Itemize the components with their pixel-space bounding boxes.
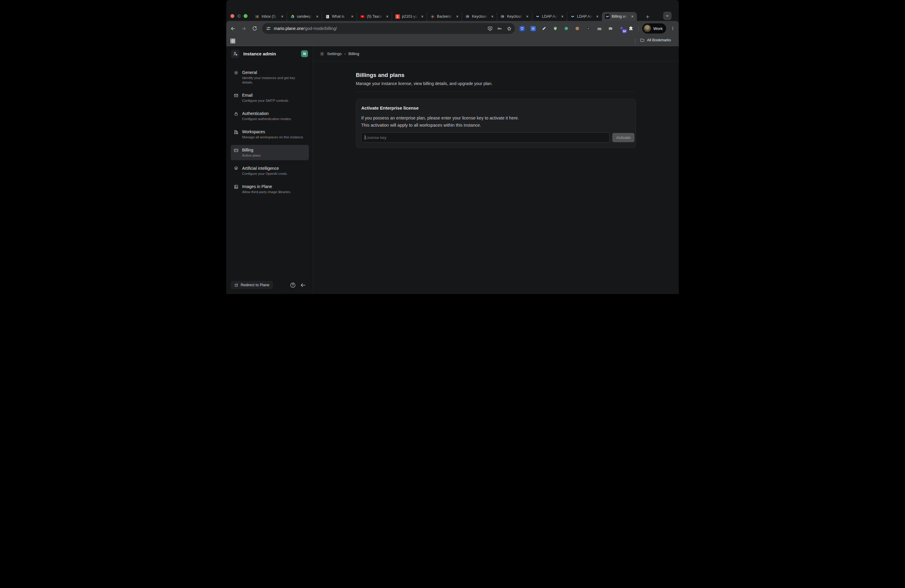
tab-close-icon[interactable]: × xyxy=(350,14,354,19)
new-tab-button[interactable] xyxy=(644,13,651,21)
tab-title: Keycloak xyxy=(507,14,523,19)
plane-admin-app: Settings › Billing Instance admin N Gene… xyxy=(226,46,679,294)
redirect-to-plane-button[interactable]: Redirect to Plane xyxy=(231,281,273,289)
tab-close-icon[interactable]: × xyxy=(315,14,319,19)
zoom-window-button[interactable] xyxy=(244,14,248,18)
image-icon xyxy=(234,184,238,189)
license-card-line1: If you possess an enterprise plan, pleas… xyxy=(361,114,630,122)
tab-close-icon[interactable]: × xyxy=(525,14,529,19)
tab-close-icon[interactable]: × xyxy=(630,14,635,19)
sidebar-item-email[interactable]: EmailConfigure your SMTP controls. xyxy=(231,90,309,105)
address-bar[interactable]: mario.plane.one/god-mode/billing/ xyxy=(262,23,515,34)
activate-button[interactable]: Activate xyxy=(612,133,635,142)
snowflake-extension-icon[interactable] xyxy=(530,25,536,32)
browser-tab[interactable]: sandeep× xyxy=(287,12,322,21)
sidebar-item-label: Authentication xyxy=(242,111,292,116)
browser-tab[interactable]: MDWhat is × xyxy=(322,12,357,21)
reload-button[interactable] xyxy=(251,25,258,32)
extensions-puzzle-icon[interactable] xyxy=(628,25,634,32)
keycloak-favicon xyxy=(465,14,470,19)
tab-close-icon[interactable]: × xyxy=(455,14,459,19)
browser-window: MInbox (5)×sandeep×MDWhat is ×(5) Taara×… xyxy=(226,0,679,294)
cookie-extension-icon[interactable] xyxy=(574,25,580,32)
bookmarks-bar xyxy=(226,36,679,46)
main-content: Billings and plans Manage your instance … xyxy=(313,61,679,294)
site-settings-icon[interactable] xyxy=(266,26,271,31)
sidebar-item-general[interactable]: GeneralIdentify your instances and get k… xyxy=(231,67,309,87)
browser-tab[interactable]: VLDBp2101-ya× xyxy=(392,12,427,21)
camera-extension-icon[interactable] xyxy=(608,25,613,32)
sidebar-nav: GeneralIdentify your instances and get k… xyxy=(231,67,309,197)
forward-button[interactable] xyxy=(240,25,247,32)
tab-close-icon[interactable]: × xyxy=(560,14,564,19)
sidebar-item-authentication[interactable]: AuthenticationConfigure authentication m… xyxy=(231,108,309,124)
sidebar-item-label: Workspaces xyxy=(242,129,304,134)
extensions-menu xyxy=(628,25,634,32)
browser-tab[interactable]: LDAP Au× xyxy=(567,12,602,21)
browser-tab[interactable]: Backend× xyxy=(427,12,462,21)
sidebar-item-label: Images in Plane xyxy=(242,184,291,189)
close-window-button[interactable] xyxy=(230,14,234,18)
drive-favicon xyxy=(290,14,295,19)
folder-icon xyxy=(640,38,645,43)
sidebar-item-billing[interactable]: BillingActive plans xyxy=(231,145,309,160)
breadcrumb-current: Billing xyxy=(348,51,359,56)
color-picker-extension-icon[interactable] xyxy=(541,25,547,32)
browser-tab[interactable]: Billing an× xyxy=(602,12,637,21)
browser-tab[interactable]: LDAP Au× xyxy=(532,12,567,21)
tab-close-icon[interactable]: × xyxy=(595,14,599,19)
blue-shield-extension-icon[interactable] xyxy=(519,25,525,32)
user-avatar-badge[interactable]: N xyxy=(301,50,308,57)
sidebar-item-description: Configure your SMTP controls. xyxy=(242,99,289,103)
minimize-window-button[interactable] xyxy=(237,14,241,18)
tab-close-icon[interactable]: × xyxy=(385,14,389,19)
sidebar-item-description: Allow third-party image libraries. xyxy=(242,190,291,194)
teal-orbit-extension-icon[interactable] xyxy=(563,25,569,32)
svg-text:M: M xyxy=(327,15,328,16)
apps-grid-icon[interactable] xyxy=(230,38,236,44)
instance-admin-icon[interactable] xyxy=(231,50,240,58)
tab-close-icon[interactable]: × xyxy=(280,14,284,19)
license-card-line2: This activation will apply to all worksp… xyxy=(361,122,630,129)
sidebar-item-description: Configure authentication modes. xyxy=(242,117,292,121)
green-shield-extension-icon[interactable] xyxy=(552,25,558,32)
sidebar-item-label: Email xyxy=(242,92,289,98)
purple-diamond-extension-icon[interactable]: 14 xyxy=(619,25,625,32)
sidebar-item-images-in-plane[interactable]: Images in PlaneAllow third-party image l… xyxy=(231,181,309,197)
back-button[interactable] xyxy=(230,25,236,32)
vldb-favicon: VLDB xyxy=(395,14,400,19)
lock-icon xyxy=(234,111,238,116)
m-letter-extension-icon[interactable]: m xyxy=(597,25,602,32)
toolbar-divider xyxy=(638,25,639,32)
tab-title: What is xyxy=(332,14,348,19)
dark-circle-extension-icon[interactable] xyxy=(585,25,591,32)
breadcrumb-settings[interactable]: Settings xyxy=(327,51,342,56)
sidebar-item-artificial-intelligence[interactable]: Artificial intelligenceConfigure your Op… xyxy=(231,163,309,178)
ai-icon xyxy=(234,166,238,171)
gear-icon xyxy=(234,70,238,75)
browser-tab[interactable]: Keycloak× xyxy=(462,12,497,21)
install-app-icon[interactable] xyxy=(487,26,493,32)
sidebar-footer: Redirect to Plane xyxy=(226,281,313,290)
bookmarks-divider xyxy=(635,39,635,43)
tab-search-button[interactable] xyxy=(663,12,672,20)
collapse-sidebar-arrow[interactable] xyxy=(300,282,306,288)
browser-menu-button[interactable] xyxy=(670,25,675,32)
page-title: Billings and plans xyxy=(356,72,636,79)
sidebar-item-workspaces[interactable]: WorkspacesManage all workspaces on this … xyxy=(231,127,309,142)
profile-chip[interactable]: Work xyxy=(642,23,666,33)
section-divider xyxy=(356,91,636,92)
all-bookmarks-button[interactable]: All Bookmarks xyxy=(640,38,671,43)
tab-close-icon[interactable]: × xyxy=(490,14,494,19)
admin-sidebar: Instance admin N GeneralIdentify your in… xyxy=(226,46,313,294)
license-key-input[interactable] xyxy=(361,132,610,143)
tab-title: Backend xyxy=(437,14,453,19)
password-key-icon[interactable] xyxy=(497,26,502,32)
browser-tab[interactable]: Keycloak× xyxy=(497,12,532,21)
tab-close-icon[interactable]: × xyxy=(420,14,424,19)
profile-avatar xyxy=(643,25,651,32)
help-button[interactable] xyxy=(290,282,296,288)
browser-tab[interactable]: (5) Taara× xyxy=(357,12,392,21)
bookmark-star-icon[interactable] xyxy=(506,26,512,32)
browser-tab[interactable]: MInbox (5)× xyxy=(252,12,287,21)
